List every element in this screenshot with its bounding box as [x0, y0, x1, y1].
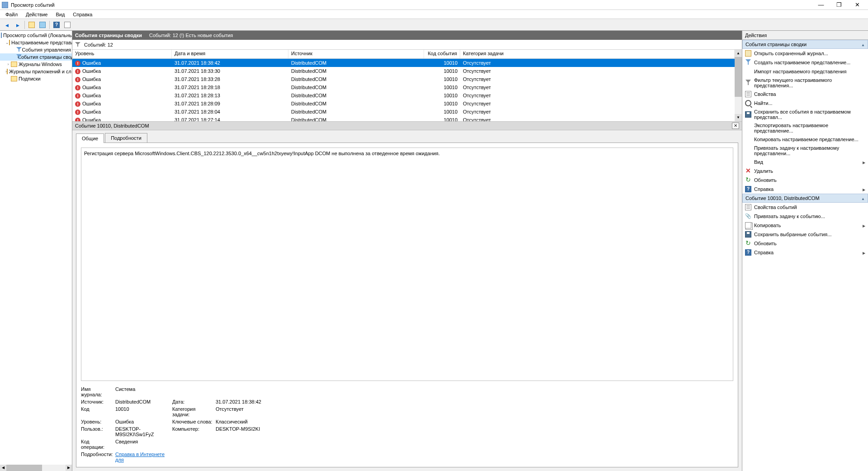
action-item[interactable]: Открыть сохраненный журнал...	[742, 49, 868, 58]
scroll-thumb[interactable]	[735, 57, 742, 97]
action-item[interactable]: Сохранить все события в настраиваемом пр…	[742, 108, 868, 121]
action-item[interactable]: Привязать задачу к настраиваемому предст…	[742, 144, 868, 157]
tree-admin-events[interactable]: События управления	[0, 46, 72, 53]
action-item[interactable]: Вид	[742, 157, 868, 167]
tab-general[interactable]: Общие	[76, 133, 104, 143]
toolbar-separator	[49, 21, 50, 29]
cell-code: 10010	[424, 60, 460, 66]
toolbar-btn-3[interactable]	[62, 20, 72, 30]
action-item[interactable]: Обновить	[742, 239, 868, 248]
table-row[interactable]: !Ошибка31.07.2021 18:38:42DistributedCOM…	[72, 59, 735, 67]
menu-help[interactable]: Справка	[69, 11, 96, 18]
action-item[interactable]: Свойства событий	[742, 203, 868, 212]
menu-action[interactable]: Действие	[22, 11, 51, 18]
lbl-source: Источник:	[81, 399, 113, 404]
tree-summary-events[interactable]: События страницы свод	[0, 53, 72, 61]
maximize-button[interactable]: ❐	[830, 0, 848, 10]
action-item[interactable]: Справка	[742, 248, 868, 257]
table-header: Уровень Дата и время Источник Код событи…	[72, 50, 735, 59]
scroll-track[interactable]	[6, 465, 66, 471]
table-row[interactable]: !Ошибка31.07.2021 18:28:09DistributedCOM…	[72, 100, 735, 108]
action-item[interactable]: Фильтр текущего настраиваемого представл…	[742, 76, 868, 90]
scroll-thumb[interactable]	[6, 465, 42, 471]
val-more-info-link[interactable]: Справка в Интернете для	[115, 452, 170, 462]
action-item[interactable]: Свойства	[742, 90, 868, 99]
cell-date: 31.07.2021 18:28:18	[172, 85, 288, 90]
cell-date: 31.07.2021 18:28:04	[172, 109, 288, 114]
cell-level: Ошибка	[82, 93, 101, 98]
col-date[interactable]: Дата и время	[172, 50, 288, 58]
detail-close-button[interactable]: ✕	[732, 123, 739, 129]
scroll-up-button[interactable]: ▲	[735, 50, 742, 57]
actions-pane: Действия События страницы сводки Открыть…	[742, 31, 868, 471]
nav-forward-button[interactable]	[13, 20, 23, 30]
action-item[interactable]: Сохранить выбранные события...	[742, 230, 868, 239]
tree-custom-views[interactable]: ⌄ Настраиваемые представл	[0, 39, 72, 46]
cell-source: DistributedCOM	[288, 117, 424, 121]
cell-code: 10010	[424, 93, 460, 98]
toolbar-btn-2[interactable]	[38, 20, 47, 30]
action-item[interactable]: Импорт настраиваемого представления	[742, 67, 868, 76]
folder-icon	[9, 40, 10, 45]
scroll-down-button[interactable]: ▼	[735, 114, 742, 121]
tree-toggle-icon[interactable]: ›	[5, 62, 11, 67]
cell-level: Ошибка	[82, 85, 101, 90]
delete-icon	[745, 168, 751, 174]
scroll-track[interactable]	[735, 57, 742, 114]
action-item[interactable]: Привязать задачу к событию...	[742, 212, 868, 221]
actions-section-1-head[interactable]: События страницы сводки	[742, 40, 868, 49]
nav-back-button[interactable]	[2, 20, 12, 30]
cell-source: DistributedCOM	[288, 60, 424, 66]
table-row[interactable]: !Ошибка31.07.2021 18:33:30DistributedCOM…	[72, 67, 735, 75]
col-code[interactable]: Код события	[424, 50, 460, 58]
tree-hscrollbar[interactable]: ◀ ▶	[0, 465, 72, 471]
save-icon	[745, 231, 751, 238]
cell-date: 31.07.2021 18:28:13	[172, 93, 288, 98]
folder-icon	[11, 76, 17, 81]
chevron-up-icon	[861, 195, 865, 201]
tab-details[interactable]: Подробности	[105, 133, 147, 143]
action-label: Открыть сохраненный журнал...	[754, 51, 865, 56]
val-date: 31.07.2021 18:38:42	[216, 399, 306, 404]
table-row[interactable]: !Ошибка31.07.2021 18:33:28DistributedCOM…	[72, 75, 735, 83]
col-source[interactable]: Источник	[288, 50, 424, 58]
action-label: Привязать задачу к событию...	[754, 214, 865, 219]
tree-windows-logs[interactable]: › Журналы Windows	[0, 61, 72, 68]
tree-root[interactable]: Просмотр событий (Локальны	[0, 32, 72, 39]
table-vscrollbar[interactable]: ▲ ▼	[735, 50, 742, 121]
action-item[interactable]: Удалить	[742, 167, 868, 176]
action-item[interactable]: Найти...	[742, 99, 868, 108]
menu-file[interactable]: Файл	[2, 11, 21, 18]
action-item[interactable]: Создать настраиваемое представление...	[742, 58, 868, 67]
toolbar-btn-1[interactable]	[27, 20, 37, 30]
table-row[interactable]: !Ошибка31.07.2021 18:28:18DistributedCOM…	[72, 83, 735, 91]
scroll-right-button[interactable]: ▶	[66, 465, 72, 471]
tree-subscriptions[interactable]: Подписки	[0, 75, 72, 82]
action-item[interactable]: Копировать	[742, 221, 868, 230]
cell-date: 31.07.2021 18:27:14	[172, 117, 288, 121]
close-button[interactable]: ✕	[848, 0, 866, 10]
table-row[interactable]: !Ошибка31.07.2021 18:28:13DistributedCOM…	[72, 91, 735, 100]
menu-view[interactable]: Вид	[52, 11, 68, 18]
action-label: Справка	[754, 250, 860, 255]
error-icon: !	[75, 85, 80, 90]
action-item[interactable]: Справка	[742, 185, 868, 194]
cell-level: Ошибка	[82, 76, 101, 82]
toolbar-help-button[interactable]: ?	[52, 20, 61, 30]
action-label: Фильтр текущего настраиваемого представл…	[754, 77, 865, 88]
action-item[interactable]: Копировать настраиваемое представление..…	[742, 135, 868, 144]
cell-source: DistributedCOM	[288, 93, 424, 98]
action-item[interactable]: Обновить	[742, 176, 868, 185]
tree-app-logs[interactable]: › Журналы приложений и сл	[0, 68, 72, 75]
actions-section-2-head[interactable]: Событие 10010, DistributedCOM	[742, 194, 868, 203]
col-task[interactable]: Категория задачи	[460, 50, 735, 58]
tree-toggle-icon[interactable]: ⌄	[5, 40, 9, 45]
col-level[interactable]: Уровень	[72, 50, 172, 58]
table-row[interactable]: !Ошибка31.07.2021 18:27:14DistributedCOM…	[72, 116, 735, 121]
action-label: Импорт настраиваемого представления	[754, 69, 865, 74]
event-viewer-icon	[1, 33, 2, 38]
action-item[interactable]: Экспортировать настраиваемое представлен…	[742, 121, 868, 135]
scroll-left-button[interactable]: ◀	[0, 465, 6, 471]
minimize-button[interactable]: —	[812, 0, 830, 10]
table-row[interactable]: !Ошибка31.07.2021 18:28:04DistributedCOM…	[72, 108, 735, 116]
